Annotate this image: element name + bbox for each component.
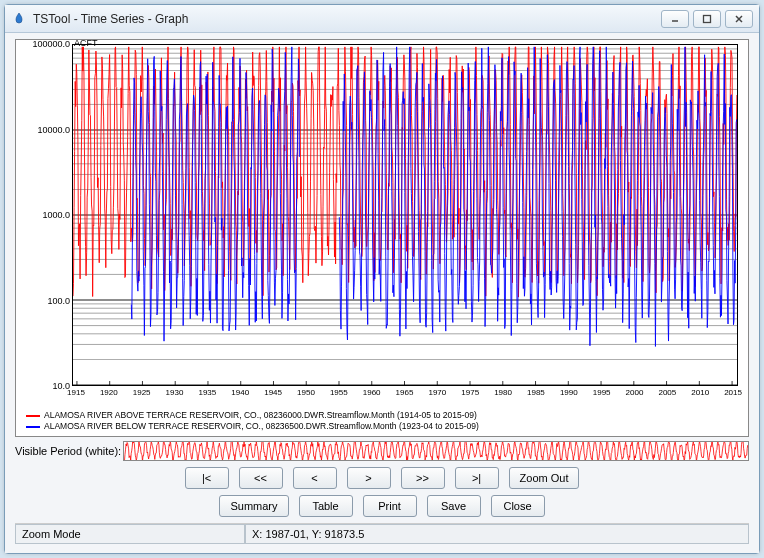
status-mode: Zoom Mode [15,524,245,544]
legend-entry: ALAMOSA RIVER ABOVE TERRACE RESERVOIR, C… [26,410,479,421]
status-bar: Zoom Mode X: 1987-01, Y: 91873.5 [15,523,749,544]
y-tick-label: 100.0 [47,296,70,306]
x-tick-label: 1985 [527,388,545,397]
page-back-button[interactable]: << [239,467,283,489]
step-back-button[interactable]: < [293,467,337,489]
summary-button[interactable]: Summary [219,495,288,517]
x-tick-label: 1965 [396,388,414,397]
x-tick-label: 2015 [724,388,742,397]
last-button[interactable]: >| [455,467,499,489]
status-coordinates: X: 1987-01, Y: 91873.5 [245,524,749,544]
x-tick-label: 1960 [363,388,381,397]
x-tick-label: 2010 [691,388,709,397]
window-controls [661,10,753,28]
visible-period-row: Visible Period (white): [15,441,749,461]
x-tick-label: 1955 [330,388,348,397]
x-tick-label: 2005 [658,388,676,397]
legend-label: ALAMOSA RIVER ABOVE TERRACE RESERVOIR, C… [44,410,477,421]
svg-rect-1 [704,15,711,22]
visible-period-label: Visible Period (white): [15,445,121,457]
close-button[interactable] [725,10,753,28]
x-tick-label: 1990 [560,388,578,397]
maximize-button[interactable] [693,10,721,28]
chart-panel[interactable]: ACFT ALAMOSA RIVER ABOVE TERRACE RESERVO… [15,39,749,437]
y-tick-label: 100000.0 [32,39,70,49]
app-window: TSTool - Time Series - Graph ACFT ALAMOS… [4,4,760,554]
y-tick-label: 10000.0 [37,125,70,135]
x-tick-label: 1975 [461,388,479,397]
step-forward-button[interactable]: > [347,467,391,489]
x-tick-label: 1945 [264,388,282,397]
minimize-button[interactable] [661,10,689,28]
titlebar: TSTool - Time Series - Graph [5,5,759,33]
print-button[interactable]: Print [363,495,417,517]
x-tick-label: 1970 [428,388,446,397]
first-button[interactable]: |< [185,467,229,489]
action-button-row: Summary Table Print Save Close [15,495,749,517]
x-tick-label: 1930 [166,388,184,397]
x-tick-label: 1925 [133,388,151,397]
chart-legend: ALAMOSA RIVER ABOVE TERRACE RESERVOIR, C… [26,410,479,432]
x-tick-label: 1940 [231,388,249,397]
legend-swatch [26,415,40,417]
table-button[interactable]: Table [299,495,353,517]
page-forward-button[interactable]: >> [401,467,445,489]
window-title: TSTool - Time Series - Graph [33,12,661,26]
app-icon [11,11,27,27]
x-tick-label: 1935 [198,388,216,397]
x-tick-label: 1995 [593,388,611,397]
x-tick-label: 1980 [494,388,512,397]
x-tick-label: 1950 [297,388,315,397]
legend-swatch [26,426,40,428]
close-window-button[interactable]: Close [491,495,545,517]
x-tick-label: 1920 [100,388,118,397]
nav-button-row: |< << < > >> >| Zoom Out [15,467,749,489]
y-tick-label: 1000.0 [42,210,70,220]
legend-entry: ALAMOSA RIVER BELOW TERRACE RESERVOIR, C… [26,421,479,432]
save-button[interactable]: Save [427,495,481,517]
x-tick-label: 2000 [626,388,644,397]
zoom-out-button[interactable]: Zoom Out [509,467,580,489]
legend-label: ALAMOSA RIVER BELOW TERRACE RESERVOIR, C… [44,421,479,432]
visible-period-strip[interactable] [123,441,749,461]
x-tick-label: 1915 [67,388,85,397]
content-area: ACFT ALAMOSA RIVER ABOVE TERRACE RESERVO… [5,33,759,553]
plot-area[interactable] [72,44,738,386]
